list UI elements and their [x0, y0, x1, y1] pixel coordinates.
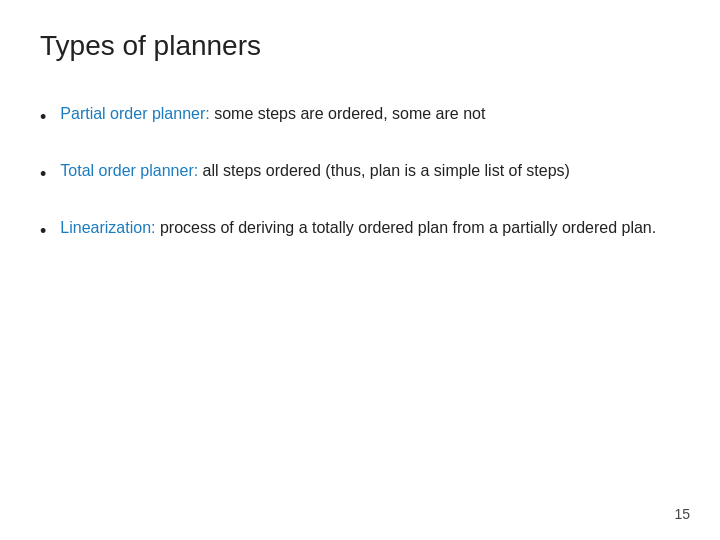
slide: Types of planners • Partial order planne… — [0, 0, 720, 540]
bullet-text-1: Partial order planner: some steps are or… — [60, 102, 680, 126]
page-number: 15 — [674, 506, 690, 522]
highlight-1: Partial order planner: — [60, 105, 209, 122]
slide-title: Types of planners — [40, 30, 680, 62]
list-item: • Linearization: process of deriving a t… — [40, 216, 680, 245]
bullet-text-2: Total order planner: all steps ordered (… — [60, 159, 680, 183]
bullet-dot-1: • — [40, 104, 46, 131]
highlight-3: Linearization: — [60, 219, 155, 236]
bullet-dot-2: • — [40, 161, 46, 188]
bullet-rest-1: some steps are ordered, some are not — [210, 105, 486, 122]
bullet-text-3: Linearization: process of deriving a tot… — [60, 216, 680, 240]
content-area: • Partial order planner: some steps are … — [40, 102, 680, 245]
list-item: • Partial order planner: some steps are … — [40, 102, 680, 131]
highlight-2: Total order planner: — [60, 162, 198, 179]
list-item: • Total order planner: all steps ordered… — [40, 159, 680, 188]
bullet-dot-3: • — [40, 218, 46, 245]
bullet-rest-3: process of deriving a totally ordered pl… — [155, 219, 656, 236]
bullet-rest-2: all steps ordered (thus, plan is a simpl… — [198, 162, 570, 179]
